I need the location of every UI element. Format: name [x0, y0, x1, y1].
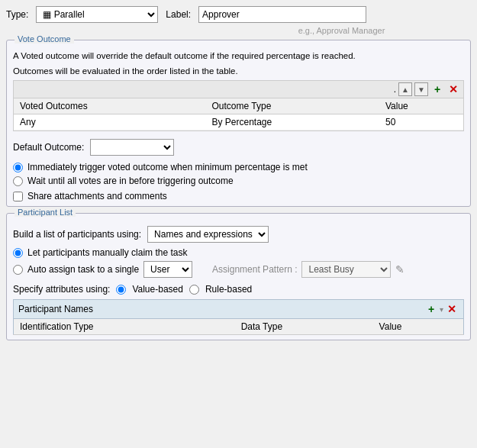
radio-immediate[interactable]: [13, 163, 23, 172]
assignment-pattern-label: Assignment Pattern :: [212, 264, 297, 275]
radio-wait-row: Wait until all votes are in before trigg…: [13, 176, 464, 186]
default-outcome-label: Default Outcome:: [13, 142, 84, 153]
label-label: Label:: [166, 9, 191, 20]
participant-names-label: Participant Names: [18, 304, 93, 314]
cell-value: 50: [379, 114, 463, 131]
type-select[interactable]: ▦ Parallel Serial FYI: [36, 6, 158, 23]
col-identification-type: Identification Type: [14, 319, 235, 335]
specify-attributes-row: Specify attributes using: Value-based Ru…: [13, 284, 464, 295]
cell-voted-outcome: Any: [14, 114, 205, 131]
participant-list-title: Participant List: [15, 208, 76, 217]
radio-value-based[interactable]: [116, 285, 126, 295]
vote-table-container: . ▲ ▼ + ✕ Voted Outcomes Outcome Type Va…: [13, 80, 464, 131]
radio-wait-label: Wait until all votes are in before trigg…: [27, 176, 234, 186]
sort-indicator: .: [394, 84, 396, 95]
remove-voted-outcome-button[interactable]: ✕: [446, 82, 460, 96]
vote-desc-2: Outcomes will be evaluated in the order …: [13, 66, 464, 76]
add-voted-outcome-button[interactable]: +: [430, 82, 444, 96]
vote-table-toolbar: . ▲ ▼ + ✕: [14, 81, 463, 98]
radio-auto-label: Auto assign task to a single: [27, 264, 139, 275]
build-label: Build a list of participants using:: [13, 229, 141, 240]
user-select[interactable]: User Group Role: [143, 261, 192, 278]
col-data-type: Data Type: [235, 319, 373, 335]
remove-participant-button[interactable]: ✕: [445, 302, 459, 316]
radio-manual-label: Let participants manually claim the task: [27, 247, 187, 258]
col-participant-value: Value: [373, 319, 464, 335]
table-row[interactable]: Any By Percentage 50: [14, 114, 463, 131]
radio-manual-claim[interactable]: [13, 248, 23, 258]
vote-outcome-section: Vote Outcome A Voted outcome will overri…: [6, 40, 471, 207]
label-input[interactable]: [198, 6, 366, 23]
participant-names-header: Participant Names + ▾ ✕: [13, 299, 464, 319]
vote-outcomes-table: Voted Outcomes Outcome Type Value Any By…: [14, 98, 463, 131]
top-row: Type: ▦ Parallel Serial FYI Label:: [6, 6, 471, 23]
radio-rule-based[interactable]: [189, 285, 199, 295]
col-value: Value: [379, 98, 463, 114]
share-checkbox[interactable]: [13, 192, 23, 201]
move-up-button[interactable]: ▲: [398, 82, 412, 96]
main-container: Type: ▦ Parallel Serial FYI Label: e.g.,…: [0, 0, 477, 346]
toolbar-separator: ▾: [440, 305, 443, 314]
participant-names-toolbar: + ▾ ✕: [424, 302, 459, 316]
share-checkbox-row: Share attachments and comments: [13, 191, 464, 201]
radio-immediate-label: Immediately trigger voted outcome when m…: [27, 162, 308, 172]
edit-pattern-icon[interactable]: ✎: [395, 263, 404, 276]
pattern-select[interactable]: Least Busy Round Robin Most Productive: [301, 261, 391, 278]
specify-label: Specify attributes using:: [13, 284, 110, 295]
participant-names-table: Identification Type Data Type Value: [13, 319, 464, 335]
participant-list-section: Participant List Build a list of partici…: [6, 213, 471, 340]
radio-wait[interactable]: [13, 176, 23, 186]
radio-auto-assign[interactable]: [13, 265, 23, 275]
manual-claim-row: Let participants manually claim the task: [13, 247, 464, 258]
move-down-button[interactable]: ▼: [414, 82, 428, 96]
auto-assign-row: Auto assign task to a single User Group …: [13, 261, 464, 278]
col-voted-outcomes: Voted Outcomes: [14, 98, 205, 114]
col-outcome-type: Outcome Type: [205, 98, 379, 114]
vote-desc-1: A Voted outcome will override the defaul…: [13, 51, 464, 60]
cell-outcome-type: By Percentage: [205, 114, 379, 131]
add-participant-button[interactable]: +: [424, 302, 438, 316]
share-checkbox-label: Share attachments and comments: [27, 191, 167, 201]
radio-value-label: Value-based: [132, 284, 183, 295]
build-participants-row: Build a list of participants using: Name…: [13, 226, 464, 243]
default-outcome-select[interactable]: [90, 139, 174, 156]
build-select[interactable]: Names and expressions Roles Script: [147, 226, 269, 243]
vote-outcome-title: Vote Outcome: [15, 34, 74, 44]
type-label: Type:: [6, 9, 28, 20]
radio-rule-label: Rule-based: [205, 284, 252, 295]
assignment-pattern-container: Assignment Pattern : Least Busy Round Ro…: [212, 261, 404, 278]
default-outcome-row: Default Outcome:: [13, 139, 464, 156]
radio-immediate-row: Immediately trigger voted outcome when m…: [13, 162, 464, 172]
label-hint: e.g., Approval Manager: [212, 26, 471, 35]
